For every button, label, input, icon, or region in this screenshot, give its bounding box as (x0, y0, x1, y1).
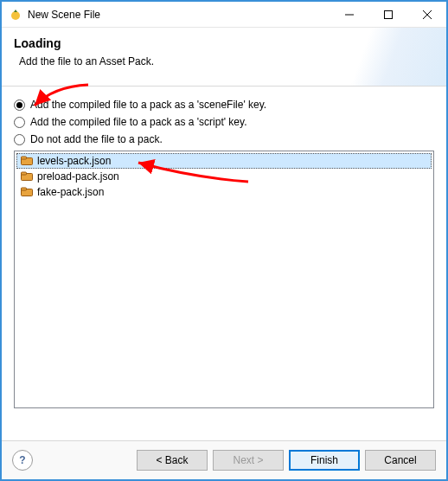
back-button[interactable]: < Back (137, 450, 208, 471)
pack-icon (20, 170, 34, 183)
help-icon: ? (19, 454, 25, 466)
cancel-button[interactable]: Cancel (365, 450, 436, 471)
pack-icon (20, 186, 34, 198)
list-item[interactable]: fake-pack.json (16, 184, 432, 200)
radio-option-none[interactable]: Do not add the file to a pack. (14, 133, 434, 145)
radio-label: Do not add the file to a pack. (30, 133, 163, 145)
radio-label: Add the compiled file to a pack as a 'sc… (30, 99, 266, 111)
close-button[interactable] (407, 2, 446, 28)
help-button[interactable]: ? (12, 450, 33, 471)
radio-icon (14, 99, 25, 111)
maximize-button[interactable] (368, 2, 407, 28)
window-title: New Scene File (28, 9, 330, 21)
titlebar: New Scene File (2, 2, 446, 28)
radio-icon (14, 117, 25, 128)
svg-rect-8 (22, 172, 27, 175)
radio-option-scenefile[interactable]: Add the compiled file to a pack as a 'sc… (14, 99, 434, 111)
wizard-footer: ? < Back Next > Finish Cancel (2, 440, 446, 479)
wizard-content: Add the compiled file to a pack as a 'sc… (2, 87, 446, 417)
list-item[interactable]: levels-pack.json (16, 153, 432, 169)
radio-label: Add the compiled file to a pack as a 'sc… (30, 116, 246, 128)
radio-option-script[interactable]: Add the compiled file to a pack as a 'sc… (14, 116, 434, 128)
list-item-label: fake-pack.json (37, 185, 104, 199)
page-title: Loading (14, 36, 434, 50)
radio-icon (14, 134, 25, 145)
svg-rect-2 (384, 10, 392, 18)
svg-rect-10 (22, 188, 27, 190)
window-controls (330, 2, 446, 28)
page-subtitle: Add the file to an Asset Pack. (19, 55, 434, 67)
next-button[interactable]: Next > (213, 450, 284, 471)
list-item[interactable]: preload-pack.json (16, 169, 432, 184)
svg-point-0 (11, 11, 20, 20)
pack-icon (20, 155, 34, 167)
list-item-label: levels-pack.json (37, 154, 111, 168)
minimize-button[interactable] (330, 2, 368, 28)
app-icon (9, 8, 22, 22)
pack-file-list[interactable]: levels-pack.json preload-pack.json fake-… (14, 151, 434, 408)
wizard-header: Loading Add the file to an Asset Pack. (2, 28, 446, 87)
finish-button[interactable]: Finish (289, 450, 360, 471)
svg-rect-6 (22, 157, 27, 159)
list-item-label: preload-pack.json (37, 170, 119, 183)
